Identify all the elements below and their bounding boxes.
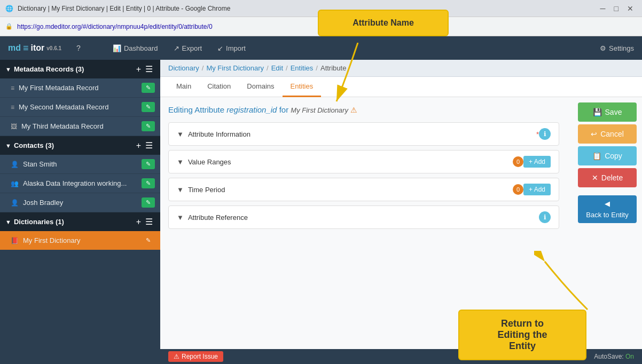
sidebar-item-contact-3: 👤 Josh Bradley ✎: [0, 193, 160, 212]
save-label: Save: [605, 108, 622, 116]
back-entity-label: Back to Entity: [586, 211, 628, 219]
time-period-badge: 0: [513, 184, 523, 195]
add-metadata-button[interactable]: +: [134, 65, 143, 74]
edit-contact-3-button[interactable]: ✎: [142, 197, 155, 208]
help-button[interactable]: ?: [72, 42, 85, 54]
copy-label: Copy: [605, 152, 622, 160]
accordion-info-button-4[interactable]: ℹ: [539, 211, 551, 223]
breadcrumb-edit[interactable]: Edit: [271, 64, 283, 72]
metadata-section-header[interactable]: ▼ Metadata Records (3) + ☰: [0, 60, 160, 78]
breadcrumb-dictionary[interactable]: Dictionary: [168, 64, 199, 72]
accordion-header-attribute-info[interactable]: ▼ Attribute Information * ℹ: [169, 123, 559, 145]
dashboard-nav-link[interactable]: 📊 Dashboard: [106, 41, 165, 56]
contacts-caret-icon: ▼: [5, 143, 11, 149]
contact-label-2: Alaska Data Integration working...: [23, 179, 142, 187]
edit-metadata-2-button[interactable]: ✎: [142, 102, 155, 112]
dashboard-label: Dashboard: [124, 44, 158, 52]
page-title: Editing Attribute registration_id for My…: [168, 105, 559, 114]
lock-icon: 🔒: [5, 23, 13, 30]
accordion-value-ranges: ▼ Value Ranges 0 + Add: [168, 150, 559, 173]
delete-label: Delete: [601, 173, 623, 182]
add-contact-button[interactable]: +: [134, 141, 143, 151]
logo-version: v0.6.1: [46, 45, 61, 51]
export-label: Export: [182, 44, 202, 52]
contacts-section-title: Contacts (3): [14, 141, 134, 149]
accordion-header-attribute-ref[interactable]: ▼ Attribute Reference ℹ: [169, 206, 559, 228]
breadcrumb-entities[interactable]: Entities: [291, 64, 314, 72]
sidebar-item-dictionary-1: 📕 My First Dictionary ✎: [0, 231, 160, 250]
accordion-header-value-ranges[interactable]: ▼ Value Ranges 0 + Add: [169, 151, 559, 173]
tab-entities[interactable]: Entities: [283, 77, 322, 97]
dictionaries-section-header[interactable]: ▼ Dictionaries (1) + ☰: [0, 212, 160, 231]
edit-contact-1-button[interactable]: ✎: [142, 159, 155, 169]
action-buttons-panel: 💾 Save ↩ Cancel 📋 Copy ✕ Delete: [573, 97, 642, 228]
edit-metadata-1-button[interactable]: ✎: [142, 83, 155, 93]
metadata-icon-1: ≡: [11, 84, 14, 92]
attribute-name-text: registration_id: [226, 105, 277, 114]
accordion-header-time-period[interactable]: ▼ Time Period 0 + Add: [169, 178, 559, 201]
cancel-label: Cancel: [600, 130, 624, 138]
export-nav-link[interactable]: ↗ Export: [167, 41, 209, 56]
report-issue-button[interactable]: ⚠ Report Issue: [168, 351, 223, 362]
dictionary-icon-1: 📕: [11, 237, 19, 244]
settings-icon: ⚙: [600, 44, 606, 52]
url-text[interactable]: https://go.mdeditor.org/#/dictionary/nmp…: [17, 23, 213, 30]
logo-md: md: [8, 43, 21, 53]
sidebar-item-metadata-3: 🖼 My Third Metadata Record ✎: [0, 117, 160, 136]
sidebar-item-metadata-2: ≡ My Second Metadata Record ✎: [0, 98, 160, 117]
contact-icon-1: 👤: [11, 161, 19, 168]
for-label: for: [279, 105, 291, 114]
logo-editor-text: itor: [31, 43, 45, 53]
edit-contact-2-button[interactable]: ✎: [142, 178, 155, 188]
minimize-button[interactable]: ─: [597, 4, 609, 13]
breadcrumb-sep-4: /: [316, 64, 318, 72]
contact-label-3: Josh Bradley: [23, 199, 142, 207]
settings-link[interactable]: ⚙ Settings: [600, 44, 634, 52]
add-dictionary-button[interactable]: +: [134, 217, 143, 227]
report-label: Report Issue: [182, 353, 218, 360]
copy-button[interactable]: 📋 Copy: [578, 146, 637, 165]
back-entity-icon: ◀: [605, 200, 610, 208]
import-nav-link[interactable]: ↙ Import: [211, 41, 252, 56]
breadcrumb-my-first-dictionary[interactable]: My First Dictionary: [206, 64, 264, 72]
save-button[interactable]: 💾 Save: [578, 102, 637, 122]
browser-favicon: 🌐: [5, 5, 13, 12]
accordion-info-button-1[interactable]: ℹ: [539, 128, 551, 140]
logo-icon: ≡: [23, 43, 29, 54]
value-ranges-badge: 0: [513, 156, 523, 167]
maximize-button[interactable]: □: [611, 4, 622, 13]
breadcrumb-sep-1: /: [202, 64, 204, 72]
cancel-button[interactable]: ↩ Cancel: [578, 124, 637, 144]
edit-metadata-3-button[interactable]: ✎: [142, 121, 155, 131]
add-value-range-button[interactable]: + Add: [523, 156, 551, 168]
accordion-title-4: Attribute Reference: [188, 213, 539, 221]
metadata-menu-button[interactable]: ☰: [143, 64, 155, 74]
tab-domains[interactable]: Domains: [239, 77, 282, 97]
warning-icon: ⚠: [350, 106, 357, 114]
metadata-label-3: My Third Metadata Record: [21, 122, 142, 130]
back-to-entity-button[interactable]: ◀ Back to Entity: [578, 195, 637, 223]
app-logo: md ≡ itor v0.6.1: [8, 43, 61, 54]
delete-button[interactable]: ✕ Delete: [578, 168, 637, 187]
accordion-title-1: Attribute Information: [188, 130, 534, 138]
breadcrumb-sep-3: /: [286, 64, 288, 72]
sidebar: ▼ Metadata Records (3) + ☰ ≡ My First Me…: [0, 60, 160, 364]
tab-citation[interactable]: Citation: [199, 77, 239, 97]
dictionaries-section-title: Dictionaries (1): [14, 218, 134, 226]
contacts-menu-button[interactable]: ☰: [143, 140, 155, 151]
contact-label-1: Stan Smith: [23, 160, 142, 168]
close-button[interactable]: ✕: [624, 4, 637, 13]
accordion-caret-2: ▼: [177, 158, 184, 166]
edit-dictionary-1-button[interactable]: ✎: [142, 235, 155, 246]
dictionaries-menu-button[interactable]: ☰: [143, 217, 155, 227]
delete-icon: ✕: [592, 173, 598, 182]
window-controls[interactable]: ─ □ ✕: [597, 4, 637, 13]
tab-main[interactable]: Main: [168, 77, 199, 97]
import-label: Import: [226, 44, 246, 52]
contacts-section-header[interactable]: ▼ Contacts (3) + ☰: [0, 136, 160, 155]
metadata-section-title: Metadata Records (3): [14, 65, 134, 73]
save-icon: 💾: [593, 108, 602, 116]
dictionaries-caret-icon: ▼: [5, 219, 11, 225]
sidebar-item-contact-2: 👥 Alaska Data Integration working... ✎: [0, 174, 160, 193]
add-time-period-button[interactable]: + Add: [523, 184, 551, 195]
